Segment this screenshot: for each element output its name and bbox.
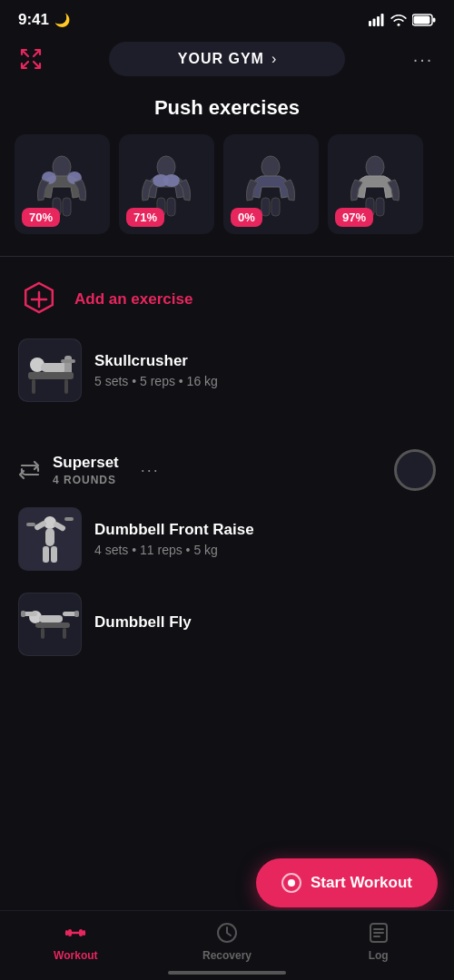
start-workout-label: Start Workout <box>311 874 412 892</box>
superset-header: Superset 4 ROUNDS ··· <box>0 431 454 496</box>
exercise-thumb-fly <box>18 593 82 656</box>
gym-name: YOUR GYM <box>178 51 264 67</box>
svg-rect-11 <box>63 198 71 216</box>
nav-item-workout[interactable]: Workout <box>0 920 152 962</box>
svg-rect-55 <box>65 930 68 936</box>
superset-more-icon[interactable]: ··· <box>141 461 160 480</box>
svg-rect-38 <box>26 523 35 526</box>
exercise-name-fly: Dumbbell Fly <box>94 613 436 632</box>
start-workout-icon <box>281 873 301 893</box>
signal-icon <box>369 14 385 26</box>
exercise-name-front-raise: Dumbbell Front Raise <box>94 521 436 539</box>
log-nav-icon <box>366 920 391 946</box>
exercise-thumb-front-raise <box>18 507 82 571</box>
top-nav: YOUR GYM › ··· <box>0 36 454 87</box>
svg-rect-49 <box>35 622 70 628</box>
svg-rect-5 <box>414 16 430 24</box>
exercise-thumb-skullcrusher <box>18 338 82 402</box>
workout-nav-label: Workout <box>54 949 97 962</box>
muscle-badge-4: 97% <box>335 208 373 227</box>
section-title: Push exercises <box>0 87 454 134</box>
svg-rect-51 <box>63 628 66 639</box>
svg-rect-32 <box>64 379 68 394</box>
chevron-right-icon: › <box>271 51 276 67</box>
section-divider <box>0 256 454 257</box>
start-dot <box>288 879 295 887</box>
exercise-info-skullcrusher: Skullcrusher 5 sets • 5 reps • 16 kg <box>94 352 436 388</box>
exercise-meta-skullcrusher: 5 sets • 5 reps • 16 kg <box>94 374 436 388</box>
svg-rect-19 <box>271 198 280 216</box>
svg-rect-22 <box>376 198 384 216</box>
svg-rect-47 <box>21 611 25 617</box>
svg-rect-54 <box>79 929 83 936</box>
muscle-card-1[interactable]: 70% <box>15 134 110 234</box>
status-bar: 9:41 🌙 <box>0 0 454 36</box>
muscle-badge-2: 71% <box>126 208 164 227</box>
svg-point-17 <box>262 156 280 178</box>
svg-rect-0 <box>369 21 371 26</box>
svg-point-14 <box>163 174 180 187</box>
exercise-item-front-raise[interactable]: Dumbbell Front Raise 4 sets • 11 reps • … <box>0 496 454 582</box>
superset-rounds: 4 ROUNDS <box>53 474 119 486</box>
nav-item-log[interactable]: Log <box>302 920 454 962</box>
muscle-card-3[interactable]: 0% <box>223 134 319 234</box>
repeat-icon <box>18 458 42 482</box>
exercise-name-skullcrusher: Skullcrusher <box>94 352 436 370</box>
status-icons <box>369 14 436 26</box>
superset-info: Superset 4 ROUNDS <box>53 454 119 486</box>
svg-rect-6 <box>433 18 436 23</box>
svg-rect-56 <box>83 930 85 936</box>
gym-pill[interactable]: YOUR GYM › <box>109 42 345 76</box>
add-hexagon-icon <box>18 279 60 320</box>
superset-label: Superset <box>53 454 119 472</box>
svg-rect-40 <box>43 546 49 563</box>
home-indicator <box>168 971 286 975</box>
exercise-info-fly: Dumbbell Fly <box>94 613 436 635</box>
add-exercise-label: Add an exercise <box>74 290 192 309</box>
muscle-card-4[interactable]: 97% <box>328 134 423 234</box>
svg-point-20 <box>366 156 384 178</box>
svg-rect-31 <box>32 379 35 394</box>
exercise-info-front-raise: Dumbbell Front Raise 4 sets • 11 reps • … <box>94 521 436 557</box>
superset-completion-circle <box>394 449 436 491</box>
status-time: 9:41 <box>18 11 49 29</box>
exercise-item-fly[interactable]: Dumbbell Fly <box>0 582 454 667</box>
svg-rect-35 <box>45 528 54 546</box>
nav-item-recovery[interactable]: Recovery <box>152 920 303 962</box>
bottom-nav: Workout Recovery Log <box>0 910 454 980</box>
muscle-thumbnails-row: 70% 71% 0% <box>0 134 454 234</box>
svg-rect-29 <box>61 359 75 363</box>
svg-rect-48 <box>74 611 79 617</box>
workout-nav-icon <box>63 920 88 946</box>
expand-icon[interactable] <box>15 43 47 75</box>
svg-rect-41 <box>51 546 57 563</box>
svg-rect-30 <box>28 372 74 379</box>
svg-rect-44 <box>39 615 63 622</box>
moon-icon: 🌙 <box>54 13 70 27</box>
muscle-card-2[interactable]: 71% <box>119 134 214 234</box>
recovery-nav-label: Recovery <box>202 949 252 962</box>
muscle-badge-3: 0% <box>231 208 262 227</box>
svg-rect-50 <box>41 628 44 639</box>
exercise-item-skullcrusher[interactable]: Skullcrusher 5 sets • 5 reps • 16 kg <box>0 328 454 413</box>
log-nav-label: Log <box>369 949 389 962</box>
svg-rect-39 <box>64 517 74 521</box>
svg-rect-3 <box>381 14 384 26</box>
svg-point-7 <box>53 156 71 178</box>
svg-rect-18 <box>262 198 270 216</box>
wifi-icon <box>390 14 407 26</box>
svg-rect-1 <box>373 19 376 27</box>
exercise-meta-front-raise: 4 sets • 11 reps • 5 kg <box>94 543 436 557</box>
muscle-badge-1: 70% <box>22 208 60 227</box>
more-options-icon[interactable]: ··· <box>407 43 439 75</box>
battery-icon <box>412 14 436 26</box>
svg-rect-16 <box>167 198 175 216</box>
svg-rect-53 <box>68 929 72 936</box>
recovery-nav-icon <box>214 920 240 946</box>
svg-rect-2 <box>377 16 380 26</box>
start-workout-button[interactable]: Start Workout <box>256 858 438 907</box>
svg-rect-27 <box>41 363 68 372</box>
add-exercise-button[interactable]: Add an exercise <box>0 271 454 328</box>
